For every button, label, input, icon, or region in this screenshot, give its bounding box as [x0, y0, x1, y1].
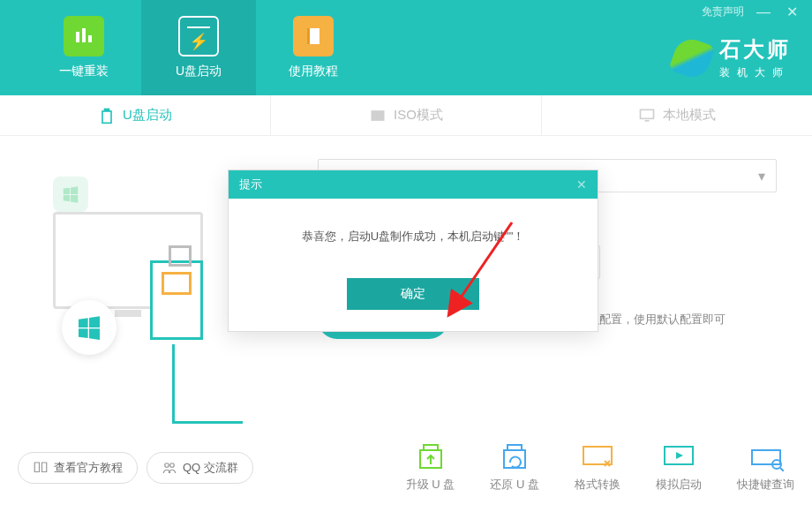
brand-title: 石大师 [719, 35, 791, 64]
dialog-message: 恭喜您，启动U盘制作成功，本机启动键""！ [229, 199, 598, 262]
svg-rect-17 [583, 447, 612, 464]
tab-usb-boot[interactable]: U盘启动 [0, 95, 271, 135]
nav-usb-boot[interactable]: U盘启动 [141, 0, 256, 95]
qq-group-link[interactable]: QQ 交流群 [147, 452, 253, 484]
brand-logo-icon [673, 40, 710, 77]
tab-label: ISO模式 [394, 107, 443, 124]
app-header: 一键重装 U盘启动 使用教程 免责声明 — ✕ 石大师 装机大师 [0, 0, 812, 95]
nav-tutorial[interactable]: 使用教程 [256, 0, 371, 95]
mode-tabs: U盘启动 ISO模式 本地模式 [0, 95, 812, 136]
svg-rect-6 [102, 111, 111, 123]
brand-subtitle: 装机大师 [719, 65, 791, 80]
official-tutorial-link[interactable]: 查看官方教程 [18, 452, 138, 484]
usb-up-icon [413, 443, 448, 471]
bars-icon [64, 16, 104, 56]
nav-label: U盘启动 [176, 64, 222, 79]
hotkey-query-button[interactable]: 快捷键查询 [737, 443, 794, 493]
book-open-icon [33, 460, 49, 476]
svg-rect-2 [88, 35, 92, 42]
svg-rect-19 [752, 450, 780, 464]
disclaimer-link[interactable]: 免责声明 [702, 4, 744, 19]
iso-icon [369, 107, 387, 124]
link-label: 查看官方教程 [54, 460, 123, 476]
nav-label: 一键重装 [59, 64, 109, 79]
usb-refresh-icon [497, 443, 532, 471]
tab-iso[interactable]: ISO模式 [271, 95, 542, 135]
upgrade-usb-button[interactable]: 升级 U 盘 [406, 443, 455, 493]
keyboard-icon [748, 443, 784, 471]
play-icon [661, 443, 696, 471]
success-dialog: 提示 ✕ 恭喜您，启动U盘制作成功，本机启动键""！ 确定 [228, 169, 598, 332]
minimize-button[interactable]: — [753, 4, 774, 20]
simulate-boot-button[interactable]: 模拟启动 [656, 443, 702, 493]
svg-rect-0 [76, 32, 79, 42]
tab-label: 本地模式 [663, 107, 716, 124]
tab-label: U盘启动 [123, 107, 172, 124]
dialog-titlebar: 提示 ✕ [229, 170, 598, 199]
tab-local[interactable]: 本地模式 [542, 95, 812, 135]
link-label: QQ 交流群 [183, 460, 238, 476]
svg-point-12 [170, 463, 175, 468]
dialog-close-button[interactable]: ✕ [576, 177, 587, 192]
action-label: 模拟启动 [656, 477, 702, 493]
svg-rect-7 [372, 110, 385, 121]
nav-reinstall[interactable]: 一键重装 [26, 0, 141, 95]
svg-line-21 [780, 468, 784, 471]
nav-label: 使用教程 [289, 64, 338, 79]
windows-badge-large [62, 300, 117, 355]
usb-icon [178, 16, 219, 56]
action-label: 快捷键查询 [737, 477, 794, 493]
close-button[interactable]: ✕ [783, 4, 801, 20]
action-label: 还原 U 盘 [490, 477, 539, 493]
svg-rect-1 [82, 28, 86, 42]
svg-rect-9 [645, 120, 650, 122]
svg-rect-4 [307, 28, 310, 44]
brand: 石大师 装机大师 [673, 35, 791, 80]
format-convert-button[interactable]: 格式转换 [575, 443, 620, 493]
svg-point-11 [165, 463, 169, 468]
window-controls: 免责声明 — ✕ [691, 0, 812, 24]
illustration [0, 177, 247, 433]
svg-rect-16 [504, 450, 525, 468]
action-label: 格式转换 [575, 477, 620, 493]
dialog-title: 提示 [239, 177, 262, 192]
restore-usb-button[interactable]: 还原 U 盘 [490, 443, 539, 493]
main-nav: 一键重装 U盘启动 使用教程 [0, 0, 371, 95]
book-icon [293, 16, 334, 56]
usb-illustration [150, 260, 203, 340]
people-icon [162, 460, 177, 476]
windows-badge-small [53, 177, 88, 212]
monitor-icon [638, 107, 656, 124]
dialog-ok-button[interactable]: 确定 [347, 278, 479, 310]
action-label: 升级 U 盘 [406, 477, 455, 493]
usb-icon [98, 107, 116, 124]
chevron-down-icon: ▾ [758, 168, 765, 184]
usb-cable-illustration [172, 344, 175, 424]
format-icon [580, 443, 615, 471]
bottom-bar: 查看官方教程 QQ 交流群 升级 U 盘 还原 U 盘 格式转换 模拟启动 快捷… [0, 424, 812, 512]
svg-rect-8 [641, 109, 654, 118]
